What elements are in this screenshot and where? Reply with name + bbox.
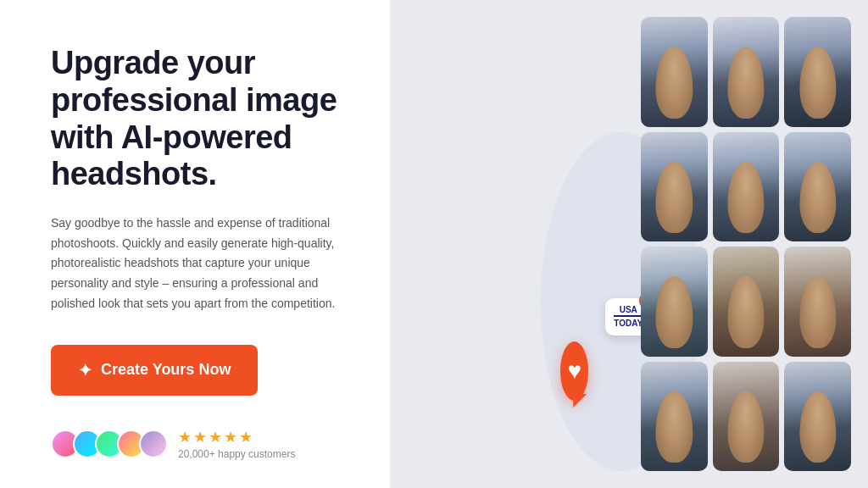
social-proof: ★★★★★ 20,000+ happy customers [51, 428, 348, 460]
headshot-photo-6 [784, 132, 851, 242]
heart-icon: ♥ [567, 358, 581, 385]
rating-group: ★★★★★ 20,000+ happy customers [178, 428, 295, 460]
headshot-photo-2 [713, 17, 780, 127]
headshot-photo-10 [641, 362, 708, 472]
headshot-photo-1 [641, 17, 708, 127]
page-wrapper: Upgrade your professional image with AI-… [0, 0, 868, 488]
magic-wand-icon: ✦ [78, 360, 92, 380]
headshot-photo-9 [784, 247, 851, 357]
headshot-photo-4 [641, 132, 708, 242]
headshot-photo-3 [784, 17, 851, 127]
avatar [139, 430, 168, 458]
headshot-photo-8 [713, 247, 780, 357]
photo-grid [641, 17, 851, 471]
usa-text: USA [614, 305, 643, 315]
star-rating: ★★★★★ [178, 428, 295, 446]
review-count: 20,000+ happy customers [178, 448, 295, 460]
headshot-photo-12 [784, 362, 851, 472]
avatar-group [51, 430, 168, 458]
left-panel: Upgrade your professional image with AI-… [0, 0, 390, 488]
cta-label: Create Yours Now [101, 361, 231, 379]
headshot-photo-7 [641, 247, 708, 357]
hero-headline: Upgrade your professional image with AI-… [51, 45, 348, 193]
today-text: TODAY [614, 315, 643, 329]
right-panel: ♥ USA TODAY ✓ [390, 0, 868, 488]
hero-subtext: Say goodbye to the hassle and expense of… [51, 214, 348, 314]
headshot-photo-5 [713, 132, 780, 242]
headshot-photo-11 [713, 362, 780, 472]
create-now-button[interactable]: ✦ Create Yours Now [51, 345, 258, 396]
